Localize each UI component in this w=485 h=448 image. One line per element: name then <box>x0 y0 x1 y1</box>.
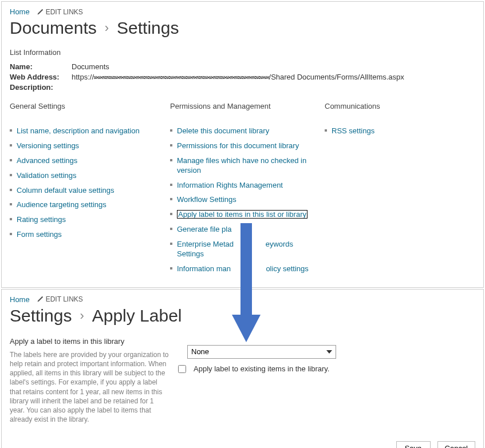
label-dropdown[interactable]: None <box>187 345 336 359</box>
title-part-apply-label: Apply Label <box>92 306 182 326</box>
title-part-settings: Settings <box>117 18 179 38</box>
breadcrumb-chevron-icon: › <box>80 308 84 323</box>
link-column-defaults[interactable]: Column default value settings <box>17 186 115 195</box>
apply-label-controls: None Apply label to existing items in th… <box>187 337 475 425</box>
link-generate-file-plan[interactable]: Generate file pla <box>177 225 231 233</box>
page-title: Documents › Settings <box>10 18 475 38</box>
link-irm[interactable]: Information Rights Management <box>177 181 283 189</box>
apply-label-body: Apply a label to items in this library T… <box>10 337 475 425</box>
apply-label-panel: Home EDIT LINKS Settings › Apply Label A… <box>1 289 484 448</box>
link-advanced[interactable]: Advanced settings <box>17 156 77 165</box>
link-versioning[interactable]: Versioning settings <box>17 141 79 150</box>
link-information-management[interactable]: Information management policy settings <box>177 264 309 273</box>
url-prefix: https:// <box>72 73 94 81</box>
edit-links-link[interactable]: EDIT LINKS <box>37 8 83 16</box>
apply-label-text: The labels here are provided by your org… <box>10 350 170 425</box>
home-link-2[interactable]: Home <box>10 295 30 304</box>
link-apply-label[interactable]: Apply label to items in this list or lib… <box>177 210 307 219</box>
link-enterprise-metadata[interactable]: Enterprise Metadata and Keywords Setting… <box>177 240 293 258</box>
edit-links-label: EDIT LINKS <box>46 8 83 16</box>
list-information-heading: List Information <box>10 48 475 57</box>
apply-existing-checkbox[interactable] <box>178 365 186 373</box>
permissions-column: Permissions and Management Delete this d… <box>170 102 313 279</box>
documents-settings-panel: Home EDIT LINKS Documents › Settings Lis… <box>1 1 484 288</box>
pencil-icon <box>37 9 44 15</box>
web-address-value: https://xxxxxxxxxxxxxxxxxxxxxxxxxxxxxxxx… <box>72 73 404 81</box>
url-redacted: xxxxxxxxxxxxxxxxxxxxxxxxxxxxxxxxxxxxxxxx… <box>94 73 269 81</box>
top-nav-2: Home EDIT LINKS <box>10 295 475 304</box>
edit-links-link-2[interactable]: EDIT LINKS <box>37 295 83 303</box>
action-buttons: Save Cancel <box>396 441 475 448</box>
edit-links-label-2: EDIT LINKS <box>46 295 83 303</box>
cancel-button[interactable]: Cancel <box>437 441 475 448</box>
pencil-icon <box>37 296 44 303</box>
top-nav: Home EDIT LINKS <box>10 7 475 16</box>
link-rating[interactable]: Rating settings <box>17 215 66 224</box>
permissions-list: Delete this document library Permissions… <box>170 126 313 274</box>
settings-columns: General Settings List name, description … <box>10 102 475 279</box>
name-value: Documents <box>72 62 109 71</box>
general-settings-list: List name, description and navigation Ve… <box>10 126 159 240</box>
description-label: Description: <box>10 83 72 92</box>
title-part-documents: Documents <box>10 18 97 38</box>
breadcrumb-chevron-icon: › <box>105 21 109 35</box>
name-label: Name: <box>10 62 72 71</box>
link-validation[interactable]: Validation settings <box>17 171 77 180</box>
url-suffix: /Shared Documents/Forms/AllItems.aspx <box>269 73 404 81</box>
page-title-2: Settings › Apply Label <box>10 306 475 326</box>
communications-column: Communications RSS settings <box>325 102 428 279</box>
link-workflow[interactable]: Workflow Settings <box>177 195 236 204</box>
apply-existing-label: Apply label to existing items in the lib… <box>194 364 329 373</box>
apply-label-description: Apply a label to items in this library T… <box>10 337 170 425</box>
link-form-settings[interactable]: Form settings <box>17 230 62 239</box>
communications-heading: Communications <box>325 102 428 110</box>
communications-list: RSS settings <box>325 126 428 136</box>
link-manage-files[interactable]: Manage files which have no checked in ve… <box>177 156 306 175</box>
permissions-heading: Permissions and Management <box>170 102 313 110</box>
home-link[interactable]: Home <box>10 7 30 16</box>
apply-label-subheading: Apply a label to items in this library <box>10 337 170 346</box>
save-button[interactable]: Save <box>396 441 431 448</box>
general-settings-heading: General Settings <box>10 102 159 110</box>
link-rss[interactable]: RSS settings <box>332 126 374 135</box>
link-permissions[interactable]: Permissions for this document library <box>177 141 299 150</box>
link-delete-library[interactable]: Delete this document library <box>177 126 269 135</box>
title-part-settings-2: Settings <box>10 306 72 326</box>
link-list-name[interactable]: List name, description and navigation <box>17 126 140 135</box>
link-audience-targeting[interactable]: Audience targeting settings <box>17 200 107 209</box>
general-settings-column: General Settings List name, description … <box>10 102 159 279</box>
list-info-table: Name: Documents Web Address: https://xxx… <box>10 62 475 92</box>
web-address-label: Web Address: <box>10 73 72 81</box>
